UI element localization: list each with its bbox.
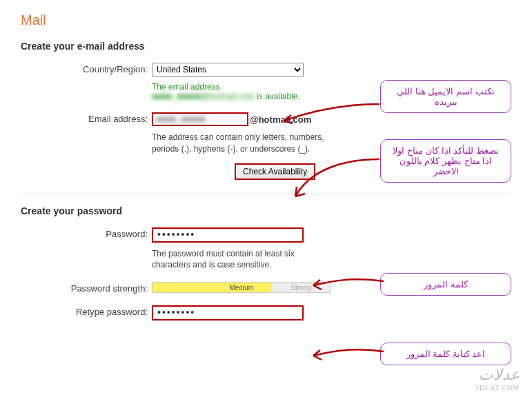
password-section-title: Create your password bbox=[21, 205, 511, 216]
page-title: Mail bbox=[21, 12, 511, 28]
watermark: عدلات 3DLAT.COM bbox=[475, 366, 520, 391]
email-suffix: @hotmail.com bbox=[248, 114, 311, 125]
annotation-callout: اعد كتابة كلمة المرور bbox=[380, 343, 511, 365]
email-label: Email address: bbox=[21, 112, 152, 124]
password-strength-meter: Medium Strong bbox=[152, 282, 331, 293]
strength-label: Password strength: bbox=[21, 282, 152, 294]
retype-label: Retype password: bbox=[21, 305, 152, 317]
email-section-title: Create your e-mail address bbox=[21, 41, 511, 52]
check-availability-button[interactable]: Check Availability bbox=[235, 163, 315, 180]
password-label: Password: bbox=[21, 227, 152, 239]
annotation-callout: نكتب اسم الايميل هنا اللي بنريده bbox=[380, 80, 511, 113]
arrow-icon bbox=[309, 346, 385, 363]
email-input[interactable]: ■■■■_■■■■■ bbox=[152, 112, 248, 126]
section-divider bbox=[21, 194, 511, 194]
password-hint: The password must contain at least six c… bbox=[152, 248, 324, 272]
annotation-callout: نضغط للتأكد اذا كان متاح اولا اذا متاح ب… bbox=[380, 139, 511, 183]
country-select[interactable]: United States bbox=[152, 63, 304, 77]
email-hint: The address can contain only letters, nu… bbox=[152, 132, 324, 155]
availability-message: The email address ■■■■_■■■■■@hotmail.com… bbox=[152, 82, 373, 101]
password-input[interactable]: •••••••• bbox=[152, 227, 304, 243]
country-label: Country/Region: bbox=[21, 63, 152, 74]
retype-password-input[interactable]: •••••••• bbox=[152, 305, 304, 320]
annotation-callout: كلمة المرور bbox=[380, 273, 511, 296]
